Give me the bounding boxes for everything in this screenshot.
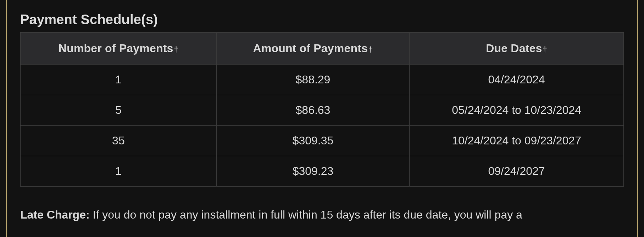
dagger-icon: † — [368, 45, 373, 54]
late-charge-body: If you do not pay any installment in ful… — [90, 208, 522, 221]
cell-due: 04/24/2024 — [410, 65, 624, 95]
cell-amount: $86.63 — [216, 95, 409, 126]
cell-due: 09/24/2027 — [410, 156, 624, 187]
late-charge-lead: Late Charge: — [20, 208, 90, 221]
cell-number: 1 — [21, 156, 217, 187]
table-row: 5 $86.63 05/24/2024 to 10/23/2024 — [21, 95, 624, 126]
dagger-icon: † — [543, 45, 547, 54]
late-charge-footnote: Late Charge: If you do not pay any insta… — [20, 187, 624, 222]
col-header-amount: Amount of Payments† — [216, 33, 409, 65]
table-header-row: Number of Payments† Amount of Payments† … — [21, 33, 624, 65]
cell-amount: $88.29 — [216, 65, 409, 95]
section-title: Payment Schedule(s) — [20, 0, 624, 32]
cell-number: 35 — [21, 126, 217, 156]
cell-due: 05/24/2024 to 10/23/2024 — [410, 95, 624, 126]
cell-amount: $309.35 — [216, 126, 409, 156]
table-row: 1 $88.29 04/24/2024 — [21, 65, 624, 95]
payment-schedule-panel: Payment Schedule(s) Number of Payments† … — [6, 0, 638, 237]
col-header-due-label: Due Dates — [486, 42, 542, 55]
cell-amount: $309.23 — [216, 156, 409, 187]
cell-due: 10/24/2024 to 09/23/2027 — [410, 126, 624, 156]
cell-number: 1 — [21, 65, 217, 95]
table-row: 35 $309.35 10/24/2024 to 09/23/2027 — [21, 126, 624, 156]
col-header-due: Due Dates† — [410, 33, 624, 65]
col-header-number: Number of Payments† — [21, 33, 217, 65]
col-header-amount-label: Amount of Payments — [253, 42, 368, 55]
table-row: 1 $309.23 09/24/2027 — [21, 156, 624, 187]
dagger-icon: † — [174, 45, 178, 54]
payment-schedule-table: Number of Payments† Amount of Payments† … — [20, 32, 624, 187]
cell-number: 5 — [21, 95, 217, 126]
col-header-number-label: Number of Payments — [59, 42, 173, 55]
